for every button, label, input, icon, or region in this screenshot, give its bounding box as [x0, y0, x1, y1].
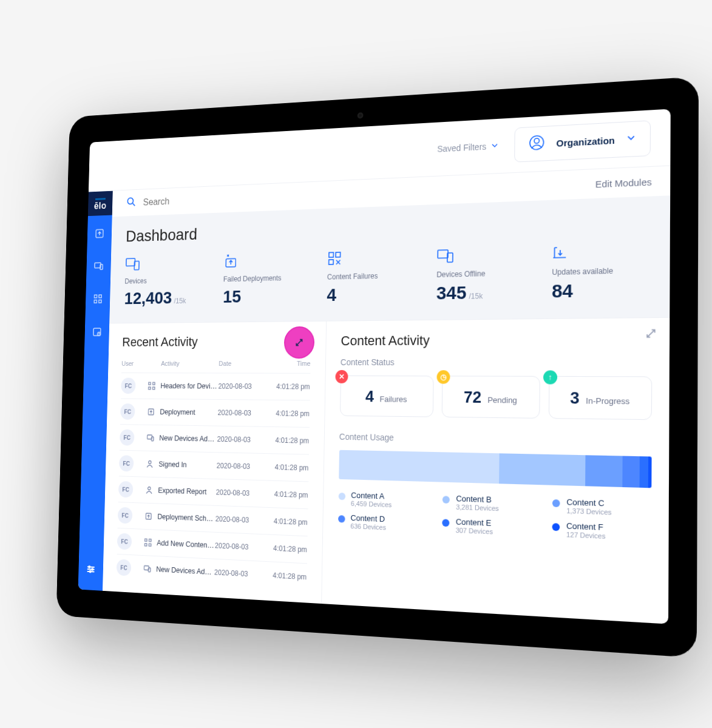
activity-date: 2020-08-03 [217, 462, 264, 471]
svg-point-11 [89, 566, 90, 568]
legend-sub: 3,281 Devices [456, 503, 499, 512]
activity-text: Deployment [160, 408, 218, 417]
brand-logo: ēlo [94, 191, 107, 216]
svg-rect-36 [149, 544, 151, 546]
edit-modules-link[interactable]: Edit Modules [595, 176, 652, 189]
legend-sub: 307 Devices [456, 527, 493, 536]
activity-time: 4:01:28 pm [262, 571, 307, 582]
activity-time: 4:01:28 pm [265, 382, 310, 391]
saved-filters-label: Saved Filters [437, 141, 486, 153]
content-activity-panel: Content Activity Content Status ✕4Failur… [322, 318, 670, 624]
stat-icon [223, 249, 308, 269]
user-avatar: FC [120, 403, 135, 420]
svg-rect-35 [144, 544, 147, 546]
svg-rect-8 [99, 300, 101, 303]
search-icon [126, 197, 136, 209]
stat-card[interactable]: Content Failures4 [327, 246, 416, 305]
stat-label: Content Failures [327, 271, 416, 281]
svg-rect-34 [149, 539, 151, 542]
svg-rect-24 [153, 382, 155, 385]
dashboard-summary: Dashboard Devices12,403/15kFailed Deploy… [109, 195, 670, 323]
sidebar-nav-upload[interactable] [94, 228, 104, 241]
stat-value: 84 [552, 278, 651, 302]
status-value: 72 [464, 388, 482, 407]
profile-icon [529, 134, 545, 153]
user-avatar: FC [117, 559, 132, 576]
legend-item: Content C1,373 Devices [552, 497, 648, 517]
status-badge-icon: ◷ [436, 370, 450, 384]
svg-point-1 [534, 138, 539, 144]
svg-rect-6 [99, 295, 101, 298]
activity-date: 2020-08-03 [215, 515, 263, 525]
activity-text: New Devices Added [156, 565, 214, 577]
activity-time: 4:01:28 pm [262, 544, 307, 554]
activity-time: 4:01:28 pm [263, 463, 308, 473]
sidebar-nav-apps[interactable] [93, 293, 103, 307]
stat-value: 4 [327, 283, 416, 305]
svg-rect-29 [151, 437, 154, 441]
stat-card[interactable]: Failed Deployments15 [223, 249, 308, 306]
activity-time: 4:01:28 pm [263, 490, 308, 499]
user-avatar: FC [121, 378, 135, 394]
sidebar-nav-devices[interactable] [93, 260, 104, 274]
activity-time: 4:01:28 pm [265, 409, 310, 418]
usage-segment [648, 456, 652, 488]
expand-button[interactable] [646, 328, 657, 341]
legend-item: Content D636 Devices [337, 513, 424, 533]
svg-point-30 [149, 460, 151, 463]
activity-row[interactable]: FCNew Devices Added2020-08-034:01:28 pm [120, 424, 310, 454]
status-card[interactable]: ✕4Failures [340, 376, 434, 417]
user-avatar: FC [118, 507, 133, 524]
legend-dot-icon [338, 515, 345, 523]
saved-filters-dropdown[interactable]: Saved Filters [437, 141, 498, 153]
content-usage-chart [339, 450, 652, 488]
status-card[interactable]: ◷72Pending [441, 376, 540, 419]
activity-date: 2020-08-03 [215, 541, 262, 551]
user-avatar: FC [118, 481, 134, 497]
status-value: 4 [365, 387, 374, 406]
stat-card[interactable]: Devices Offline345/15k [436, 243, 531, 303]
status-value: 3 [570, 388, 580, 408]
expand-button[interactable] [283, 326, 314, 359]
svg-rect-20 [328, 260, 333, 265]
stat-label: Failed Deployments [223, 274, 308, 284]
stat-label: Devices [124, 275, 205, 285]
activity-type-icon [141, 460, 159, 468]
activity-type-icon [141, 434, 160, 442]
activity-type-icon [139, 538, 157, 547]
legend-sub: 636 Devices [350, 522, 386, 531]
svg-rect-21 [438, 250, 449, 258]
usage-segment [640, 456, 648, 488]
stat-card[interactable]: Devices12,403/15k [124, 252, 206, 308]
activity-time: 4:01:28 pm [263, 516, 308, 527]
stat-value: 345/15k [436, 281, 531, 303]
status-label: Failures [379, 394, 407, 404]
stat-icon [552, 240, 651, 261]
activity-row[interactable]: FCHeaders for Device CSV Expo…2020-08-03… [121, 372, 310, 400]
legend-dot-icon [552, 523, 560, 531]
svg-point-13 [89, 571, 91, 573]
organization-selector[interactable]: Organization [514, 120, 651, 163]
legend-item: Content E307 Devices [442, 516, 534, 537]
sidebar-nav-schedule[interactable] [92, 326, 102, 340]
activity-row[interactable]: FCDeployment2020-08-034:01:28 pm [120, 399, 310, 427]
svg-rect-19 [336, 252, 341, 257]
content-activity-title: Content Activity [341, 331, 652, 349]
svg-rect-26 [152, 387, 155, 389]
activity-type-icon [142, 408, 160, 416]
sidebar-nav-settings[interactable] [86, 563, 96, 578]
activity-date: 2020-08-03 [218, 408, 265, 417]
legend-sub: 127 Devices [566, 531, 606, 540]
legend-dot-icon [442, 519, 450, 527]
usage-segment [339, 450, 499, 484]
svg-rect-15 [126, 258, 135, 266]
stat-card[interactable]: Updates available84 [552, 240, 651, 302]
content-usage-label: Content Usage [339, 432, 652, 448]
status-card[interactable]: ↑3In-Progress [549, 376, 653, 420]
activity-time: 4:01:28 pm [264, 436, 309, 445]
legend-dot-icon [442, 496, 450, 504]
svg-point-31 [148, 487, 151, 490]
legend-dot-icon [338, 493, 345, 500]
usage-segment [499, 453, 585, 486]
activity-type-icon [143, 382, 161, 389]
